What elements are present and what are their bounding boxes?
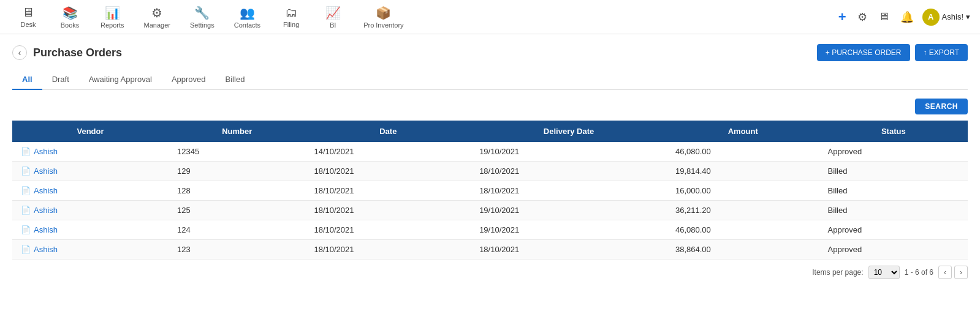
table-body: 📄Ashish1234514/10/202119/10/202146,080.0… [12,142,968,259]
header-actions: + PURCHASE ORDER ↑ EXPORT [817,44,968,61]
tab-approved[interactable]: Approved [162,70,216,90]
cell-number: 128 [169,181,305,201]
page-title-area: ‹ Purchase Orders [12,45,122,60]
nav-item-books[interactable]: 📚 Books [51,2,88,32]
nav-item-bi[interactable]: 📈 BI [314,2,351,32]
document-icon: 📄 [21,206,31,215]
notification-icon[interactable]: 🔔 [898,8,916,26]
cell-number: 129 [169,162,305,181]
nav-item-manager[interactable]: ⚙ Manager [137,2,178,32]
cell-vendor[interactable]: 📄Ashish [12,220,169,240]
items-per-page-label: Items per page: [812,268,863,277]
pro-inventory-icon: 📦 [376,6,391,20]
table-row[interactable]: 📄Ashish12518/10/202119/10/202136,211.20B… [12,201,968,220]
nav-item-pro-inventory[interactable]: 📦 Pro Inventory [356,2,411,32]
col-vendor: Vendor [12,121,169,142]
cell-number: 124 [169,220,305,240]
books-icon: 📚 [63,6,78,20]
nav-item-reports[interactable]: 📊 Reports [93,2,132,32]
cell-status: Billed [819,162,968,181]
user-menu[interactable]: A Ashis! ▾ [922,9,970,26]
vendor-name: Ashish [34,206,58,215]
user-avatar: A [922,9,940,26]
nav-items: 🖥 Desk 📚 Books 📊 Reports ⚙ Manager 🔧 Set… [10,2,836,32]
nav-item-settings[interactable]: 🔧 Settings [183,2,222,32]
manager-icon: ⚙ [151,6,162,20]
cell-number: 123 [169,240,305,259]
col-delivery-date: Delivery Date [471,121,667,142]
cell-date: 18/10/2021 [305,240,471,259]
cell-amount: 38,864.00 [667,240,819,259]
cell-vendor[interactable]: 📄Ashish [12,162,169,181]
nav-item-desk[interactable]: 🖥 Desk [10,2,47,32]
purchase-orders-table: Vendor Number Date Delivery Date Amount … [12,121,968,259]
reports-icon: 📊 [105,6,120,20]
vendor-name: Ashish [34,147,58,156]
settings-icon: 🔧 [194,6,210,20]
cell-amount: 46,080.00 [667,142,819,162]
cell-vendor[interactable]: 📄Ashish [12,142,169,162]
vendor-name: Ashish [34,225,58,234]
nav-item-contacts[interactable]: 👥 Contacts [227,2,268,32]
cell-delivery-date: 18/10/2021 [471,240,667,259]
document-icon: 📄 [21,166,31,176]
next-page-button[interactable]: › [954,266,968,279]
contacts-icon: 👥 [240,6,255,20]
cell-vendor[interactable]: 📄Ashish [12,201,169,220]
items-per-page-select[interactable]: 10 25 50 100 [868,266,900,279]
nav-label-books: Books [61,21,80,29]
cell-delivery-date: 19/10/2021 [471,142,667,162]
cell-delivery-date: 18/10/2021 [471,162,667,181]
cell-delivery-date: 19/10/2021 [471,220,667,240]
cell-status: Billed [819,201,968,220]
table-row[interactable]: 📄Ashish12818/10/202118/10/202116,000.00B… [12,181,968,201]
nav-label-filing: Filing [283,21,299,28]
cell-status: Approved [819,142,968,162]
main-content: ‹ Purchase Orders + PURCHASE ORDER ↑ EXP… [0,34,980,336]
tab-all[interactable]: All [12,70,42,90]
tab-billed[interactable]: Billed [216,70,255,90]
document-icon: 📄 [21,225,31,234]
filing-icon: 🗂 [285,6,297,20]
tab-draft[interactable]: Draft [42,70,79,90]
table-row[interactable]: 📄Ashish12318/10/202118/10/202138,864.00A… [12,240,968,259]
gear-icon[interactable]: ⚙ [855,8,870,26]
monitor-icon[interactable]: 🖥 [876,8,892,26]
cell-amount: 19,814.40 [667,162,819,181]
export-button[interactable]: ↑ EXPORT [915,44,968,61]
cell-vendor[interactable]: 📄Ashish [12,240,169,259]
back-button[interactable]: ‹ [12,45,27,60]
purchase-order-button[interactable]: + PURCHASE ORDER [817,44,910,61]
cell-vendor[interactable]: 📄Ashish [12,181,169,201]
page-info: 1 - 6 of 6 [905,268,933,277]
search-button[interactable]: SEARCH [915,99,968,114]
col-status: Status [819,121,968,142]
chevron-down-icon: ▾ [966,12,970,21]
nav-label-settings: Settings [190,21,215,29]
document-icon: 📄 [21,186,31,195]
prev-page-button[interactable]: ‹ [938,266,952,279]
cell-delivery-date: 19/10/2021 [471,201,667,220]
cell-date: 18/10/2021 [305,220,471,240]
table-header: Vendor Number Date Delivery Date Amount … [12,121,968,142]
page-title: Purchase Orders [33,47,122,59]
cell-date: 18/10/2021 [305,201,471,220]
pagination-nav: ‹ › [938,266,968,279]
nav-label-manager: Manager [144,21,170,29]
tab-awaiting-approval[interactable]: Awaiting Approval [79,70,162,90]
table-row[interactable]: 📄Ashish1234514/10/202119/10/202146,080.0… [12,142,968,162]
top-nav: 🖥 Desk 📚 Books 📊 Reports ⚙ Manager 🔧 Set… [0,0,980,34]
nav-item-filing[interactable]: 🗂 Filing [273,2,310,32]
table-row[interactable]: 📄Ashish12418/10/202119/10/202146,080.00A… [12,220,968,240]
cell-amount: 46,080.00 [667,220,819,240]
cell-date: 18/10/2021 [305,162,471,181]
nav-right: + ⚙ 🖥 🔔 A Ashis! ▾ [836,7,970,28]
cell-number: 12345 [169,142,305,162]
vendor-name: Ashish [34,166,58,176]
cell-amount: 16,000.00 [667,181,819,201]
add-icon[interactable]: + [836,7,849,28]
desk-icon: 🖥 [22,6,34,20]
table-row[interactable]: 📄Ashish12918/10/202118/10/202119,814.40B… [12,162,968,181]
cell-date: 14/10/2021 [305,142,471,162]
cell-status: Approved [819,240,968,259]
